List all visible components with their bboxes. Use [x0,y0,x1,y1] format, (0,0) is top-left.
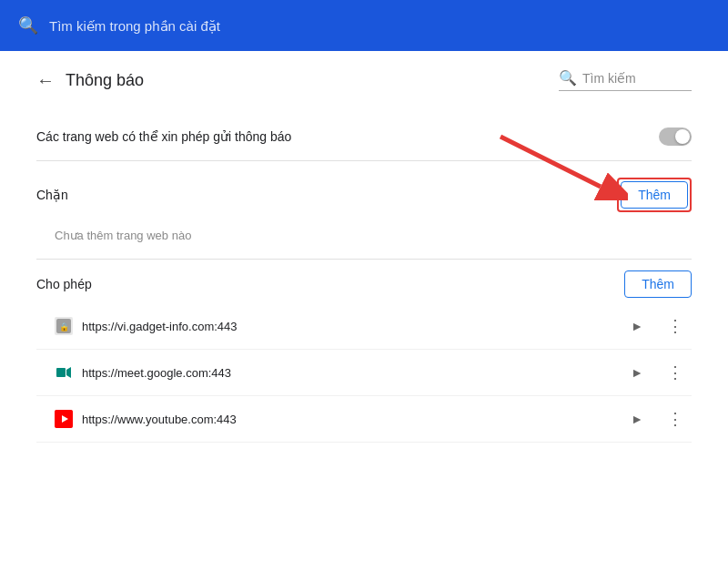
allowed-label: Cho phép [36,277,92,291]
allowed-header: Cho phép Thêm [36,270,692,298]
site-chevron-button[interactable]: ► [623,408,651,430]
site-more-button[interactable]: ⋮ [660,312,692,340]
site-favicon [55,410,73,428]
header-left: ← Thông báo [36,70,144,91]
meet-favicon-icon [55,363,73,382]
header-row: ← Thông báo 🔍 [36,69,692,91]
site-favicon: 🔒 [55,317,73,335]
blocked-header: Chặn Thêm [36,178,692,212]
youtube-favicon-icon [55,410,73,428]
site-item: 🔒 https://vi.gadget-info.com:443 ► ⋮ [36,303,692,350]
svg-rect-5 [56,368,66,377]
back-button[interactable]: ← [36,70,55,91]
gadget-favicon-icon: 🔒 [56,319,71,333]
toggle-label: Các trang web có thể xin phép gửi thông … [36,129,291,144]
blocked-section: Chặn Thêm Chưa thêm trang web nào [36,161,692,259]
empty-text: Chưa thêm trang web nào [36,221,692,250]
allowed-add-button[interactable]: Thêm [624,270,692,298]
top-search-bar: 🔍 [0,0,728,51]
site-more-button[interactable]: ⋮ [660,359,692,386]
svg-text:🔒: 🔒 [59,321,70,332]
site-url: https://www.youtube.com:443 [82,413,614,426]
blocked-add-button-highlighted: Thêm [617,178,692,212]
top-search-input[interactable] [49,18,322,34]
site-url: https://vi.gadget-info.com:443 [82,320,614,333]
site-favicon [55,363,73,382]
site-chevron-button[interactable]: ► [623,315,651,337]
site-item: https://www.youtube.com:443 ► ⋮ [36,396,692,443]
header-search-input[interactable] [582,71,692,86]
allowed-section: Cho phép Thêm 🔒 https://vi.gadget-info.c… [36,259,692,443]
top-search-icon: 🔍 [18,15,38,36]
site-chevron-button[interactable]: ► [623,362,651,383]
site-item: https://meet.google.com:443 ► ⋮ [36,350,692,396]
header-search-icon: 🔍 [559,69,577,87]
notifications-toggle-section: Các trang web có thể xin phép gửi thông … [36,113,692,161]
site-list: 🔒 https://vi.gadget-info.com:443 ► ⋮ [36,303,692,443]
header-search: 🔍 [559,69,692,91]
main-content: ← Thông báo 🔍 Các trang web có thể xin p… [0,51,728,461]
notifications-toggle[interactable] [659,128,692,146]
blocked-add-button[interactable]: Thêm [621,181,688,209]
site-more-button[interactable]: ⋮ [660,405,692,433]
blocked-label: Chặn [36,188,68,202]
page-title: Thông báo [66,71,144,90]
site-url: https://meet.google.com:443 [82,366,614,380]
